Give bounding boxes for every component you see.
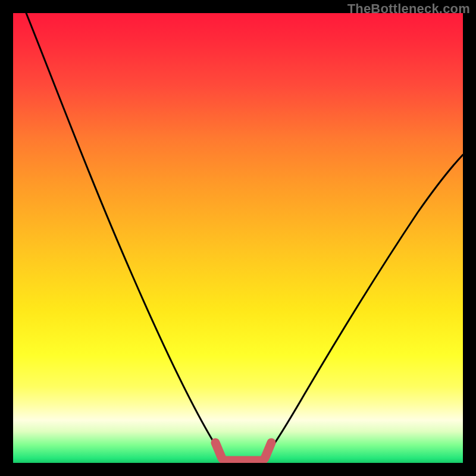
plot-area (13, 13, 463, 463)
curve-layer (13, 13, 463, 463)
left-curve (26, 13, 227, 461)
flat-minimum-marker (215, 443, 271, 461)
right-curve (262, 155, 463, 461)
chart-frame: TheBottleneck.com (0, 0, 476, 476)
